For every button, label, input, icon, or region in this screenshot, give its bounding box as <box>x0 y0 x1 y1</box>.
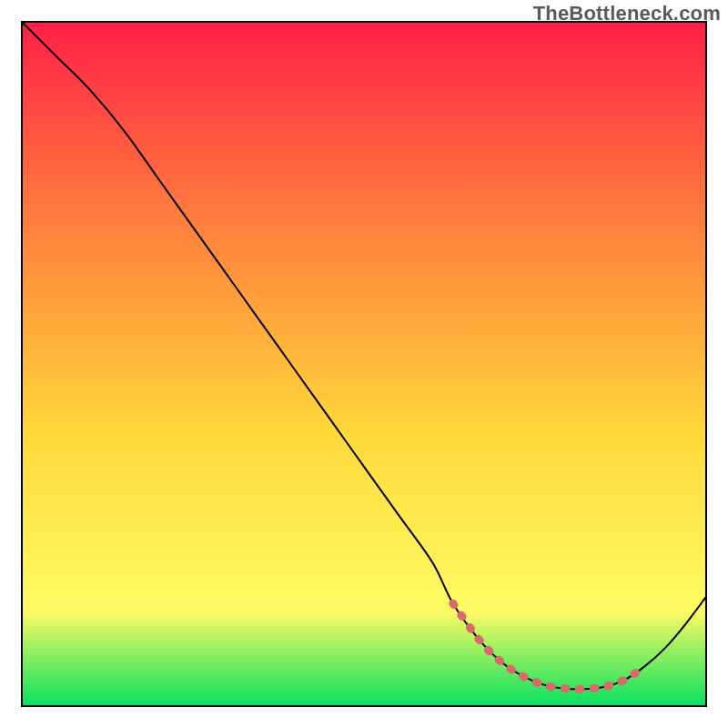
chart-container: { "watermark": "TheBottleneck.com", "col… <box>0 0 728 728</box>
watermark-label: TheBottleneck.com <box>533 2 721 25</box>
bottleneck-chart <box>0 0 728 728</box>
plot-background <box>22 22 706 706</box>
